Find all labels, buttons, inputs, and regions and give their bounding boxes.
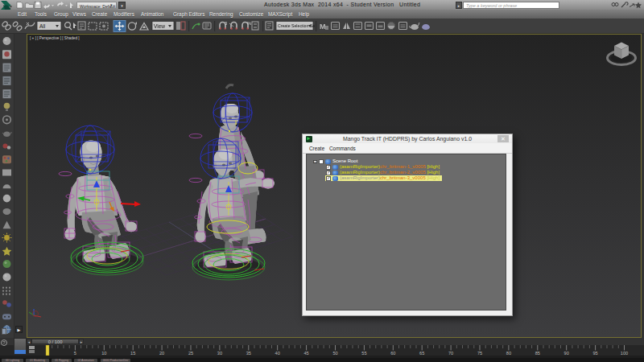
svg-text:35: 35: [246, 351, 251, 356]
svg-text:50: 50: [332, 351, 337, 356]
svg-text:85: 85: [535, 351, 540, 356]
svg-text:65: 65: [419, 351, 424, 356]
svg-text:M: M: [320, 23, 326, 31]
svg-text:10: 10: [101, 351, 106, 356]
svg-text:60: 60: [390, 351, 395, 356]
svg-text:45: 45: [303, 351, 308, 356]
svg-text:90: 90: [564, 351, 569, 356]
svg-text:55: 55: [361, 351, 366, 356]
svg-text:%: %: [247, 21, 251, 26]
svg-text:15: 15: [130, 351, 135, 356]
svg-text:5: 5: [74, 351, 76, 356]
svg-text:80: 80: [506, 351, 511, 356]
svg-text:70: 70: [448, 351, 453, 356]
svg-text:25: 25: [188, 351, 193, 356]
svg-text:75: 75: [477, 351, 482, 356]
svg-text:20: 20: [159, 351, 164, 356]
svg-text:40: 40: [275, 351, 280, 356]
svg-text:30: 30: [217, 351, 222, 356]
svg-text:All: All: [39, 23, 46, 29]
svg-text:3: 3: [225, 21, 227, 26]
svg-text:95: 95: [592, 351, 597, 356]
svg-text:View: View: [154, 23, 165, 29]
svg-text:100: 100: [621, 351, 628, 356]
